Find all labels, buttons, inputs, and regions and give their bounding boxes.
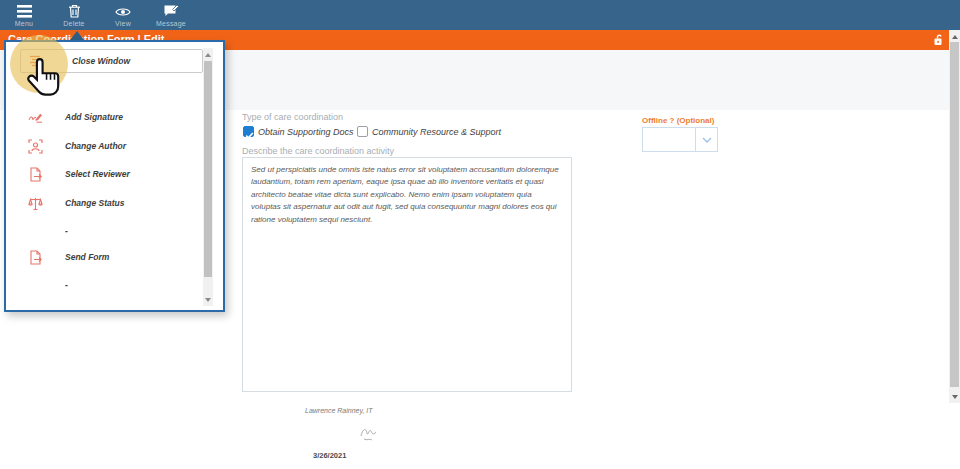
menu-item-label: Select Reviewer bbox=[65, 169, 130, 179]
scroll-up-arrow-icon[interactable] bbox=[949, 31, 960, 42]
menu-item-label: - bbox=[65, 226, 68, 236]
menu-item-label: Send Form bbox=[65, 252, 109, 262]
menu-item-separator[interactable]: - bbox=[20, 221, 200, 241]
view-button[interactable]: View bbox=[100, 2, 146, 29]
signature-name: Lawrence Rainney, IT bbox=[305, 407, 373, 414]
menu-scrollbar[interactable] bbox=[203, 48, 213, 306]
menu-scroll-up-icon[interactable] bbox=[203, 49, 213, 60]
menu-item-add-signature[interactable]: Add Signature bbox=[20, 107, 200, 127]
hamburger-menu-icon bbox=[17, 4, 32, 18]
offline-optional-label: Offline ? (Optional) bbox=[642, 116, 714, 125]
menu-item-label: Change Status bbox=[65, 198, 125, 208]
scroll-down-arrow-icon[interactable] bbox=[949, 391, 960, 402]
message-button-label: Message bbox=[156, 20, 186, 27]
menu-popup-pointer bbox=[70, 31, 84, 40]
change-status-scales-icon bbox=[28, 196, 43, 211]
checkbox-obtain-supporting-docs[interactable]: Obtain Supporting Docs bbox=[243, 126, 354, 137]
signature-date: 3/26/2021 bbox=[313, 451, 346, 460]
main-scrollbar-thumb[interactable] bbox=[950, 42, 959, 387]
eye-icon bbox=[115, 4, 131, 18]
menu-item-send-form[interactable]: Send Form bbox=[20, 247, 200, 267]
describe-activity-label: Describe the care coordination activity bbox=[242, 146, 394, 156]
menu-button-label: Menu bbox=[15, 20, 33, 27]
checkbox-community-resource[interactable]: Community Resource & Support bbox=[357, 126, 501, 137]
menu-item-separator[interactable]: - bbox=[20, 275, 200, 295]
top-toolbar: Menu Delete View Message bbox=[0, 0, 960, 30]
menu-item-label: Add Signature bbox=[65, 112, 123, 122]
change-author-icon bbox=[28, 139, 43, 154]
offline-dropdown[interactable] bbox=[642, 127, 718, 152]
menu-item-change-status[interactable]: Change Status bbox=[20, 193, 200, 213]
menu-item-label: - bbox=[65, 280, 68, 290]
care-coordination-description-input[interactable]: Sed ut perspiciatis unde omnis iste natu… bbox=[242, 157, 572, 392]
message-button[interactable]: Message bbox=[148, 2, 194, 29]
delete-button[interactable]: Delete bbox=[51, 2, 97, 29]
checkbox-label: Obtain Supporting Docs bbox=[258, 127, 354, 137]
main-vertical-scrollbar[interactable] bbox=[949, 30, 960, 403]
delete-button-label: Delete bbox=[63, 20, 84, 27]
trash-icon bbox=[68, 4, 81, 18]
menu-scroll-down-icon[interactable] bbox=[203, 294, 213, 305]
chevron-down-icon[interactable] bbox=[695, 128, 717, 151]
signature-scribble bbox=[358, 424, 382, 448]
add-signature-icon bbox=[28, 110, 43, 125]
view-button-label: View bbox=[115, 20, 131, 27]
checkbox-label: Community Resource & Support bbox=[372, 127, 501, 137]
message-icon bbox=[163, 4, 179, 18]
select-reviewer-document-icon bbox=[28, 167, 43, 182]
checkbox-checked-icon[interactable] bbox=[243, 126, 254, 137]
type-of-care-label: Type of care coordination bbox=[242, 112, 343, 122]
menu-scrollbar-thumb[interactable] bbox=[204, 61, 212, 277]
send-form-document-icon bbox=[28, 250, 43, 265]
menu-item-change-author[interactable]: Change Author bbox=[20, 136, 200, 156]
menu-item-select-reviewer[interactable]: Select Reviewer bbox=[20, 164, 200, 184]
unlock-icon[interactable] bbox=[932, 33, 946, 51]
hand-cursor-icon bbox=[27, 56, 61, 106]
menu-item-label: Close Window bbox=[72, 56, 130, 66]
menu-button[interactable]: Menu bbox=[1, 2, 47, 29]
checkbox-unchecked-icon[interactable] bbox=[357, 126, 368, 137]
menu-item-label: Change Author bbox=[65, 141, 126, 151]
